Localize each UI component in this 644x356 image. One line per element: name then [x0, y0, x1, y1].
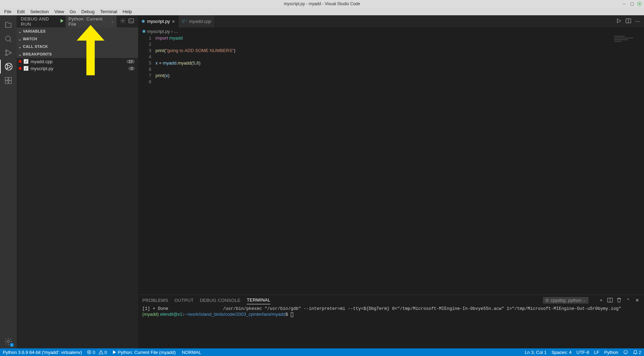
run-button[interactable]	[616, 18, 621, 25]
more-icon[interactable]: ⋯	[635, 19, 640, 24]
status-encoding[interactable]: UTF-8	[576, 350, 589, 355]
svg-point-2	[6, 54, 7, 56]
code-editor[interactable]: 12345678 import myaddprint("going to ADD…	[138, 35, 644, 295]
close-tab-icon[interactable]: ×	[172, 19, 175, 24]
status-problems[interactable]: 0 0	[87, 350, 107, 355]
watch-header[interactable]: ⌄WATCH	[17, 35, 138, 43]
minimap[interactable]	[613, 35, 644, 295]
breakpoints-header[interactable]: ⌄BREAKPOINTS	[17, 50, 138, 58]
status-feedback[interactable]	[623, 350, 628, 355]
cpp-icon: C⁺	[182, 19, 187, 24]
terminal-select[interactable]: 8: cppdbg: python⌄	[543, 297, 588, 304]
breakpoints-body: ✓ myadd.cpp 12 ✓ myscript.py 3	[17, 58, 138, 348]
python-icon: ⬢	[142, 29, 146, 34]
tab-label: myscript.py	[147, 19, 170, 24]
panel-tab-terminal[interactable]: TERMINAL	[247, 296, 270, 304]
status-python[interactable]: Python 3.6.9 64-bit ('myadd': virtualenv…	[3, 350, 82, 355]
svg-rect-5	[5, 77, 8, 80]
editor-tabs: ⬢myscript.py×C⁺myadd.cpp ⋯	[138, 15, 644, 27]
split-terminal-icon[interactable]	[607, 297, 613, 303]
code-line	[155, 54, 613, 60]
breakpoint-checkbox[interactable]: ✓	[24, 59, 28, 64]
close-panel-icon[interactable]: ✕	[634, 297, 640, 303]
svg-point-3	[10, 52, 11, 54]
breakpoint-line-badge: 12	[127, 60, 135, 63]
sidebar-title: DEBUG AND RUN	[21, 16, 59, 27]
svg-point-0	[6, 36, 10, 41]
menu-selection[interactable]: Selection	[27, 8, 51, 15]
tab-myscript-py[interactable]: ⬢myscript.py×	[138, 15, 179, 27]
window-title: myscript.py - myadd - Visual Studio Code	[284, 1, 360, 6]
debug-config-select[interactable]: Python: Current File⌄	[66, 16, 117, 27]
panel-tab-output[interactable]: OUTPUT	[175, 296, 194, 304]
breakpoint-row[interactable]: ✓ myscript.py 3	[17, 65, 138, 72]
breakpoint-file: myadd.cpp	[31, 59, 53, 64]
menu-go[interactable]: Go	[67, 8, 78, 15]
titlebar: myscript.py - myadd - Visual Studio Code…	[0, 0, 644, 8]
debug-icon[interactable]	[0, 60, 17, 74]
code-line: import myadd	[155, 35, 613, 41]
breadcrumb[interactable]: ⬢ myscript.py › ...	[138, 27, 644, 35]
status-eol[interactable]: LF	[594, 350, 599, 355]
status-cursor[interactable]: Ln 3, Col 1	[525, 350, 547, 355]
breakpoint-row[interactable]: ✓ myadd.cpp 12	[17, 58, 138, 65]
svg-point-10	[122, 20, 124, 22]
panel-tab-debug-console[interactable]: DEBUG CONSOLE	[200, 296, 240, 304]
code-line	[155, 79, 613, 85]
status-vim-mode: NORMAL	[180, 350, 203, 355]
split-editor-icon[interactable]	[626, 18, 631, 25]
svg-rect-7	[5, 81, 8, 84]
callstack-header[interactable]: ⌄CALL STACK	[17, 43, 138, 50]
status-bar: Python 3.6.9 64-bit ('myadd': virtualenv…	[0, 348, 644, 356]
breakpoint-file: myscript.py	[31, 66, 53, 71]
python-icon: ⬢	[142, 19, 145, 24]
minimize-button[interactable]: ─	[622, 1, 627, 6]
terminal[interactable]: [1] + Done /usr/bin/pkexec "/usr/bin/gdb…	[138, 305, 644, 348]
variables-header[interactable]: ⌄VARIABLES	[17, 27, 138, 35]
status-notifications[interactable]: 2	[633, 350, 641, 355]
start-debug-button[interactable]	[59, 18, 64, 24]
bottom-panel: PROBLEMSOUTPUTDEBUG CONSOLETERMINAL8: cp…	[138, 295, 644, 348]
new-terminal-icon[interactable]: ＋	[598, 297, 604, 303]
svg-rect-11	[129, 19, 134, 23]
search-icon[interactable]	[0, 32, 17, 46]
debug-console-icon[interactable]	[128, 18, 134, 25]
panel-tab-problems[interactable]: PROBLEMS	[142, 296, 168, 304]
status-debug-config[interactable]: Python: Current File (myadd)	[112, 350, 176, 355]
maximize-button[interactable]: ▢	[629, 1, 634, 6]
maximize-panel-icon[interactable]: ⌃	[625, 297, 631, 303]
code-line: x = myadd.myadd(5,6)	[155, 60, 613, 66]
extensions-icon[interactable]	[0, 74, 17, 87]
code-line	[155, 41, 613, 48]
breakpoint-checkbox[interactable]: ✓	[24, 66, 28, 71]
explorer-icon[interactable]	[0, 18, 17, 32]
menu-debug[interactable]: Debug	[78, 8, 97, 15]
status-indent[interactable]: Spaces: 4	[551, 350, 571, 355]
menubar: FileEditSelectionViewGoDebugTerminalHelp	[0, 8, 644, 15]
menu-help[interactable]: Help	[120, 8, 135, 15]
status-language[interactable]: Python	[604, 350, 618, 355]
window-controls: ─ ▢ ⦿	[622, 1, 642, 6]
breakpoint-dot-icon	[19, 60, 22, 63]
trash-icon[interactable]	[616, 297, 622, 303]
tab-myadd-cpp[interactable]: C⁺myadd.cpp	[179, 15, 215, 27]
gear-icon[interactable]	[120, 18, 126, 25]
source-control-icon[interactable]	[0, 46, 17, 60]
debug-sidebar: DEBUG AND RUN Python: Current File⌄ ⌄VAR…	[17, 15, 138, 348]
menu-file[interactable]: File	[1, 8, 14, 15]
svg-rect-6	[9, 77, 11, 80]
svg-point-15	[624, 350, 628, 354]
code-line	[155, 66, 613, 73]
menu-view[interactable]: View	[52, 8, 67, 15]
svg-rect-8	[9, 81, 11, 84]
breakpoint-line-badge: 3	[128, 67, 135, 70]
activity-bar: 1	[0, 15, 17, 348]
svg-point-9	[7, 340, 9, 342]
tab-label: myadd.cpp	[189, 19, 211, 24]
close-button[interactable]: ⦿	[637, 1, 642, 6]
breakpoint-dot-icon	[19, 67, 22, 70]
menu-edit[interactable]: Edit	[14, 8, 27, 15]
menu-terminal[interactable]: Terminal	[97, 8, 120, 15]
settings-gear-icon[interactable]: 1	[0, 334, 17, 348]
code-line: print("going to ADD SOME NUMBERS")	[155, 48, 613, 54]
